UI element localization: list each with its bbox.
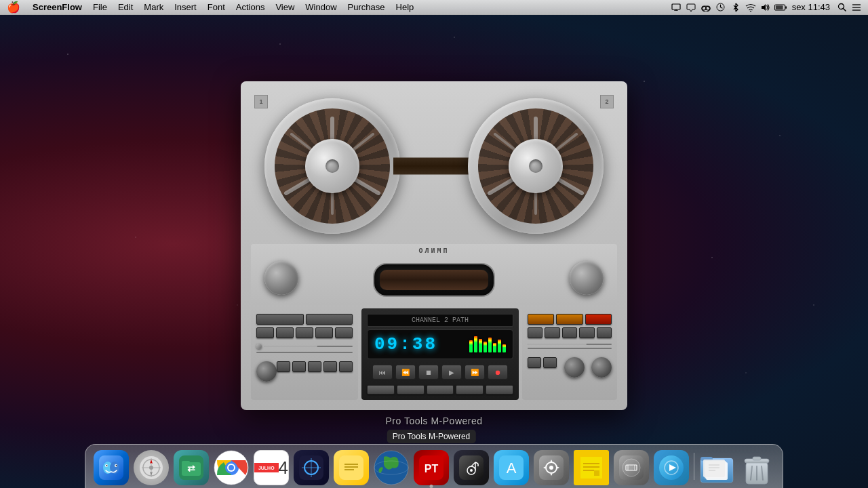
menubar-file[interactable]: File [87,0,113,15]
left-ctrl-knob[interactable] [256,361,277,382]
dock-item-navigator[interactable] [132,447,170,485]
dock-item-itunes[interactable] [452,447,490,485]
right-ctrl-knob2[interactable] [591,357,612,378]
btn-2[interactable] [306,314,353,325]
btn-rw[interactable]: ⏪ [395,365,416,380]
sysprefs-icon [534,450,569,485]
time-display: 09:38 [374,334,437,354]
btn-r1[interactable] [528,314,554,325]
menubar-help[interactable]: Help [391,0,420,15]
meter-5 [488,338,492,352]
btn-5[interactable] [296,327,313,338]
btn-r9[interactable] [528,357,541,368]
meter-2 [474,336,477,352]
btn-6[interactable] [315,327,333,338]
btn-12[interactable] [339,361,353,372]
menubar-insert[interactable]: Insert [169,0,202,15]
dvd-icon [614,450,649,485]
menubar-right: sex 11:43 [670,1,868,14]
menubar-purchase[interactable]: Purchase [342,0,391,15]
btn-r3[interactable] [585,314,612,325]
list-icon[interactable] [850,1,863,14]
svg-rect-98 [703,460,725,477]
menubar-font[interactable]: Font [202,0,231,15]
btn-r7[interactable] [579,327,594,338]
btn-ff[interactable]: ⏩ [465,365,485,380]
btn-r2[interactable] [556,314,583,325]
dock-item-downloads[interactable] [698,447,736,485]
btn-rew[interactable]: ⏮ [372,365,393,380]
running-dot [430,485,433,488]
dock-item-migrate[interactable]: ⇄ [172,447,210,485]
dock-item-protools[interactable]: Pro Tools M-Powered PT [412,447,450,485]
btn-7[interactable] [335,327,353,338]
meter-7 [498,340,501,352]
trash-icon [739,450,774,485]
btn-11[interactable] [323,361,337,372]
btn-r10[interactable] [543,357,557,368]
btn-1[interactable] [256,314,304,325]
right-ctrl-knob[interactable] [564,357,585,378]
dock-item-appstore[interactable]: A [492,447,530,485]
time-machine-icon [715,1,727,14]
center-btn-1[interactable] [367,385,395,394]
dock-item-finder[interactable] [92,447,130,485]
dock-item-chrome[interactable] [212,447,250,485]
dock-item-wires[interactable] [292,447,330,485]
dock-item-dvd[interactable] [612,447,650,485]
dock-item-quicktime[interactable] [652,447,690,485]
svg-point-78 [549,466,553,470]
apple-menu[interactable]: 🍎 [0,0,27,15]
btn-r6[interactable] [562,327,577,338]
dock-item-calendar[interactable]: JULHO 4 [252,447,290,485]
btn-9[interactable] [292,361,306,372]
menubar-mark[interactable]: Mark [138,0,169,15]
center-btn-2[interactable] [397,385,425,394]
menubar-view[interactable]: View [270,0,300,15]
svg-marker-84 [594,470,599,476]
chrome-icon [214,450,249,485]
center-btn-5[interactable] [486,385,513,394]
quicktime-icon [654,450,689,485]
transport-middle: ОЛИМП [251,244,617,305]
svg-line-15 [843,9,846,12]
btn-8[interactable] [277,361,290,372]
dock-item-trash[interactable] [738,447,776,485]
left-bottom-btns [277,361,353,372]
center-btn-4[interactable] [456,385,484,394]
btn-rec[interactable]: ⏺ [488,365,508,380]
bluetooth-icon [730,1,742,14]
downloads-icon [699,450,734,485]
menubar-left: 🍎 ScreenFlow File Edit Mark Insert Font … [0,0,670,15]
left-knob[interactable] [264,261,298,295]
right-slider2-track [528,348,612,349]
dock-item-sysprefs[interactable] [532,447,570,485]
menubar-app-name[interactable]: ScreenFlow [27,0,87,15]
btn-stop[interactable]: ⏹ [418,365,439,380]
search-icon[interactable] [835,1,848,14]
svg-point-87 [629,465,634,470]
meter-3 [479,339,482,352]
svg-line-8 [721,7,723,9]
svg-text:⇄: ⇄ [187,463,195,474]
dock-item-stickies[interactable] [572,447,610,485]
tape-window-tape [380,270,488,290]
controls-right [522,308,617,400]
btn-3[interactable] [256,327,274,338]
btn-play[interactable]: ▶ [441,365,462,380]
btn-4[interactable] [276,327,294,338]
notes-icon [334,450,369,485]
reel-left-hub [305,139,359,193]
dock-item-notes[interactable] [332,447,370,485]
right-knob[interactable] [570,261,604,295]
btn-r8[interactable] [597,327,612,338]
menubar-actions[interactable]: Actions [231,0,271,15]
dock-item-earthdesk[interactable] [372,447,410,485]
btn-10[interactable] [308,361,321,372]
menubar-window[interactable]: Window [300,0,342,15]
center-btn-3[interactable] [427,385,454,394]
menubar-edit[interactable]: Edit [113,0,138,15]
left-mid-buttons [256,327,353,338]
btn-r4[interactable] [528,327,542,338]
btn-r5[interactable] [545,327,559,338]
